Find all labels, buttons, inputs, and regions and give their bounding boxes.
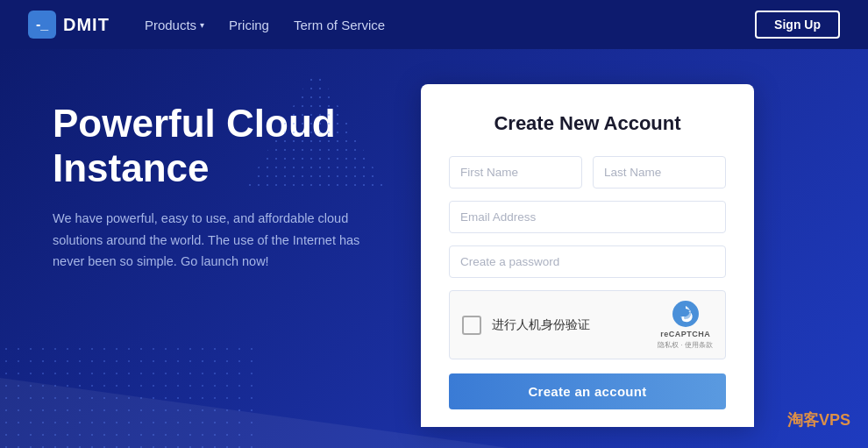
email-input[interactable] xyxy=(449,201,726,233)
hero-section: Powerful Cloud Instance We have powerful… xyxy=(0,49,868,448)
signup-button[interactable]: Sign Up xyxy=(755,11,840,39)
last-name-input[interactable] xyxy=(593,156,726,188)
recaptcha-checkbox[interactable] xyxy=(462,316,481,335)
recaptcha-links: 隐私权 · 使用条款 xyxy=(658,340,713,350)
chevron-down-icon: ▾ xyxy=(200,20,204,30)
nav-pricing[interactable]: Pricing xyxy=(229,18,269,32)
card-title: Create New Account xyxy=(449,112,726,135)
bottom-dot-decoration xyxy=(0,343,263,448)
svg-point-0 xyxy=(672,301,699,327)
password-input[interactable] xyxy=(449,245,726,278)
email-row xyxy=(449,201,726,233)
navbar: ‑_ DMIT Products ▾ Pricing Term of Servi… xyxy=(0,0,868,49)
recaptcha-label: 进行人机身份验证 xyxy=(492,317,647,333)
logo-icon: ‑_ xyxy=(28,11,56,39)
recaptcha-icon xyxy=(672,300,700,328)
hero-description: We have powerful, easy to use, and affor… xyxy=(53,208,368,273)
recaptcha-widget[interactable]: 进行人机身份验证 reCAPTCHA 隐私权 · 使用条款 xyxy=(449,290,726,359)
password-row xyxy=(449,245,726,278)
nav-products[interactable]: Products ▾ xyxy=(145,18,204,32)
nav-links: Products ▾ Pricing Term of Service xyxy=(145,18,755,32)
logo[interactable]: ‑_ DMIT xyxy=(28,11,110,39)
watermark: 淘客VPS xyxy=(787,409,850,430)
name-row xyxy=(449,156,726,188)
logo-text: DMIT xyxy=(63,15,110,35)
recaptcha-logo: reCAPTCHA 隐私权 · 使用条款 xyxy=(658,300,713,350)
recaptcha-brand-text: reCAPTCHA xyxy=(660,330,710,338)
first-name-input[interactable] xyxy=(449,156,582,188)
signup-card: Create New Account 进行人机身份验证 reCAPTCHA xyxy=(421,84,754,427)
create-account-button[interactable]: Create an account xyxy=(449,373,726,409)
nav-tos[interactable]: Term of Service xyxy=(294,18,385,32)
